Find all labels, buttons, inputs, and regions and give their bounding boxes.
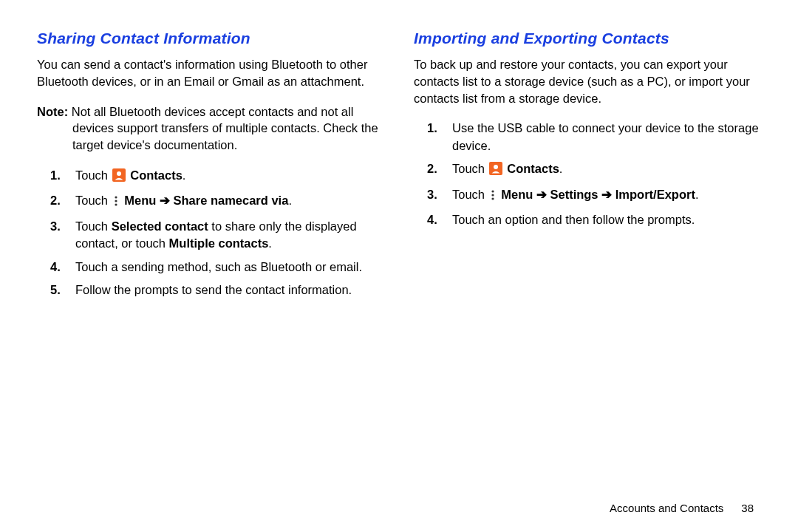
step-number: 5. xyxy=(50,282,61,299)
step-text: Follow the prompts to send the contact i… xyxy=(75,283,352,296)
period: . xyxy=(695,188,699,201)
note-text: Not all Bluetooth devices accept contact… xyxy=(68,105,378,152)
arrow-icon: ➔ xyxy=(160,194,170,207)
columns: Sharing Contact Information You can send… xyxy=(37,30,761,502)
steps-sharing: 1. Touch Contacts. 2. Touch Menu ➔ Share… xyxy=(37,167,384,299)
step-text: Touch xyxy=(75,168,112,182)
manual-page: Sharing Contact Information You can send… xyxy=(0,0,798,532)
step-4: 4. Touch an option and then follow the p… xyxy=(449,211,761,228)
step-3: 3. Touch Selected contact to share only … xyxy=(72,218,384,253)
step-1: 1. Touch Contacts. xyxy=(72,167,384,186)
menu-icon xyxy=(489,188,497,205)
svg-point-6 xyxy=(494,165,498,169)
step-text: Touch xyxy=(452,162,488,175)
svg-point-3 xyxy=(115,200,117,202)
period: . xyxy=(288,194,292,207)
svg-point-1 xyxy=(117,171,121,176)
footer-section: Accounts and Contacts xyxy=(610,502,723,514)
page-number: 38 xyxy=(741,502,754,514)
import-export-label: Import/Export xyxy=(612,188,695,201)
selected-contact-label: Selected contact xyxy=(112,219,208,233)
contacts-label: Contacts xyxy=(127,168,183,182)
settings-label: Settings xyxy=(547,188,601,201)
step-number: 1. xyxy=(427,120,437,137)
note-block: Note: Not all Bluetooth devices accept c… xyxy=(37,103,384,154)
contacts-label: Contacts xyxy=(504,162,559,175)
step-number: 3. xyxy=(427,186,437,203)
heading-sharing: Sharing Contact Information xyxy=(37,30,384,47)
page-footer: Accounts and Contacts38 xyxy=(37,502,761,517)
contacts-icon xyxy=(112,168,126,186)
svg-point-9 xyxy=(491,197,494,200)
step-3: 3. Touch Menu ➔ Settings ➔ Import/Export… xyxy=(449,186,761,205)
menu-label: Menu xyxy=(121,194,160,207)
svg-point-4 xyxy=(115,204,117,206)
steps-importing: 1. Use the USB cable to connect your dev… xyxy=(414,120,761,228)
contacts-icon xyxy=(489,162,502,180)
step-text: Touch xyxy=(75,219,112,233)
step-5: 5. Follow the prompts to send the contac… xyxy=(72,282,384,299)
step-2: 2. Touch Menu ➔ Share namecard via. xyxy=(72,192,384,211)
svg-point-7 xyxy=(491,190,494,192)
step-number: 4. xyxy=(427,211,437,228)
intro-sharing: You can send a contact's information usi… xyxy=(37,56,384,90)
step-1: 1. Use the USB cable to connect your dev… xyxy=(449,120,761,154)
step-number: 2. xyxy=(50,192,61,209)
step-text: Touch a sending method, such as Bluetoot… xyxy=(75,260,362,273)
right-column: Importing and Exporting Contacts To back… xyxy=(414,30,761,502)
step-number: 1. xyxy=(50,167,61,184)
svg-point-8 xyxy=(491,194,494,196)
share-label: Share namecard via xyxy=(170,194,289,207)
step-text: Touch an option and then follow the prom… xyxy=(452,213,695,226)
menu-icon xyxy=(112,194,120,211)
step-number: 2. xyxy=(427,160,437,177)
step-number: 4. xyxy=(50,259,61,276)
left-column: Sharing Contact Information You can send… xyxy=(37,30,384,502)
arrow-icon: ➔ xyxy=(601,188,612,201)
menu-label: Menu xyxy=(498,188,536,201)
multiple-contacts-label: Multiple contacts xyxy=(169,236,269,250)
note-label: Note: xyxy=(37,105,68,118)
svg-point-2 xyxy=(115,197,117,199)
arrow-icon: ➔ xyxy=(536,188,547,201)
intro-importing: To back up and restore your contacts, yo… xyxy=(414,56,761,106)
step-2: 2. Touch Contacts. xyxy=(449,160,761,180)
step-4: 4. Touch a sending method, such as Bluet… xyxy=(72,259,384,276)
heading-importing: Importing and Exporting Contacts xyxy=(414,30,761,47)
step-number: 3. xyxy=(50,218,61,235)
step-text: Touch xyxy=(75,194,112,207)
period: . xyxy=(183,168,186,182)
step-text: Touch xyxy=(452,188,488,201)
period: . xyxy=(268,236,272,250)
period: . xyxy=(559,162,563,175)
step-text: Use the USB cable to connect your device… xyxy=(452,121,759,151)
